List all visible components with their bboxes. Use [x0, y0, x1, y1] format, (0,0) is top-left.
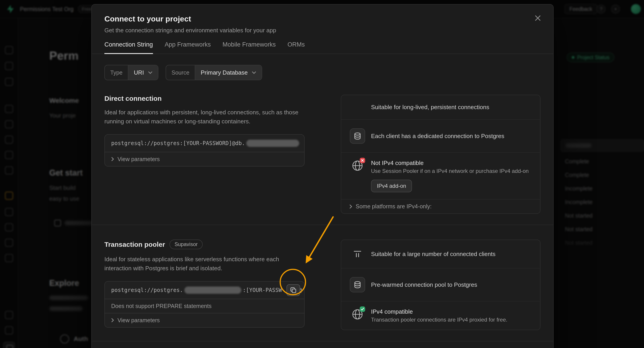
- transaction-pooler-section: Transaction pooler Supavisor Ideal for s…: [92, 224, 553, 341]
- info-row-prewarmed: Pre-warmed connection pool to Postgres: [341, 268, 540, 301]
- redacted-project-ref: [184, 286, 241, 294]
- chevron-right-icon: [349, 204, 352, 209]
- copy-icon[interactable]: [286, 284, 300, 296]
- chevron-down-icon: [148, 71, 152, 74]
- database-icon: [350, 128, 365, 144]
- direct-connection-string[interactable]: postgresql://postgres:[YOUR-PASSWORD]@db…: [105, 135, 304, 152]
- connect-modal: Connect to your project Get the connecti…: [91, 4, 554, 348]
- transaction-info-card: Suitable for a large number of connected…: [341, 240, 540, 330]
- direct-connection-section: Direct connection Ideal for applications…: [92, 80, 553, 224]
- info-row-ipv4: Not IPv4 compatible Use Session Pooler i…: [341, 152, 540, 199]
- ipv4-platforms-expander[interactable]: Some platforms are IPv4-only:: [341, 199, 540, 213]
- direct-connection-string-box: postgresql://postgres:[YOUR-PASSWORD]@db…: [104, 134, 304, 166]
- redacted-host: [246, 140, 299, 147]
- supavisor-badge: Supavisor: [170, 240, 202, 249]
- check-badge-icon: [360, 306, 365, 312]
- info-desc: Use Session Pooler if on a IPv4 network …: [371, 168, 529, 174]
- globe-icon: [349, 160, 366, 172]
- modal-title: Connect to your project: [104, 14, 540, 23]
- info-row-ipv4: IPv4 compatible Transaction pooler conne…: [341, 301, 540, 330]
- prepare-note-label: Does not support PREPARE statements: [111, 303, 212, 309]
- chevron-right-icon: [111, 318, 114, 322]
- type-select[interactable]: Type URI: [104, 65, 158, 80]
- pool-icon: [349, 248, 366, 260]
- direct-connection-description: Ideal for applications with persistent, …: [104, 108, 304, 126]
- globe-icon: [349, 308, 366, 320]
- info-row-clients: Suitable for a large number of connected…: [341, 240, 540, 268]
- prepare-note: Does not support PREPARE statements: [105, 299, 304, 313]
- expander-label: Some platforms are IPv4-only:: [356, 203, 432, 210]
- transaction-connection-string-box: postgresql://postgres. :[YOUR-PASSW @ Do…: [104, 281, 304, 328]
- view-parameters-label: View parameters: [118, 317, 160, 324]
- direct-info-card: Suitable for long-lived, persistent conn…: [341, 95, 540, 214]
- close-icon[interactable]: [532, 13, 543, 24]
- connection-string-text: postgresql://postgres:[YOUR-PASSWORD]@db…: [111, 140, 245, 146]
- error-badge-icon: [360, 158, 365, 163]
- transaction-pooler-description: Ideal for stateless applications like se…: [104, 255, 304, 273]
- info-text: Suitable for long-lived, persistent conn…: [371, 104, 489, 111]
- view-parameters-toggle[interactable]: View parameters: [105, 313, 304, 327]
- view-parameters-label: View parameters: [118, 156, 160, 162]
- info-title: Not IPv4 compatible: [371, 160, 529, 166]
- transaction-pooler-heading: Transaction pooler: [104, 241, 165, 248]
- tab-connection-string[interactable]: Connection String: [104, 41, 153, 54]
- connection-string-text: postgresql://postgres.: [111, 287, 183, 293]
- tab-orms[interactable]: ORMs: [288, 41, 305, 54]
- ipv4-addon-button[interactable]: IPv4 add-on: [371, 180, 412, 192]
- source-value: Primary Database: [201, 69, 248, 76]
- info-desc: Transaction pooler connections are IPv4 …: [371, 316, 507, 323]
- modal-subtitle: Get the connection strings and environme…: [104, 27, 540, 34]
- type-value: URI: [134, 69, 144, 76]
- connection-controls: Type URI Source Primary Database: [92, 54, 553, 80]
- info-row-summary: Suitable for long-lived, persistent conn…: [341, 95, 540, 119]
- source-select[interactable]: Source Primary Database: [166, 65, 262, 80]
- tab-app-frameworks[interactable]: App Frameworks: [165, 41, 211, 54]
- chevron-down-icon: [252, 71, 256, 74]
- tab-mobile-frameworks[interactable]: Mobile Frameworks: [222, 41, 276, 54]
- session-pooler-section: Session pooler Supavisor IPv4 co: [92, 341, 553, 348]
- source-label: Source: [166, 65, 195, 80]
- database-icon: [350, 277, 365, 292]
- info-text: Pre-warmed connection pool to Postgres: [371, 281, 477, 288]
- info-title: IPv4 compatible: [371, 308, 507, 315]
- info-row-dedicated: Each client has a dedicated connection t…: [341, 119, 540, 152]
- direct-connection-heading: Direct connection: [104, 95, 162, 102]
- info-text: Suitable for a large number of connected…: [371, 250, 496, 258]
- view-parameters-toggle[interactable]: View parameters: [105, 152, 304, 166]
- info-text: Each client has a dedicated connection t…: [371, 133, 504, 140]
- transaction-connection-string[interactable]: postgresql://postgres. :[YOUR-PASSW @: [105, 282, 304, 299]
- connect-tabs: Connection String App Frameworks Mobile …: [92, 41, 553, 54]
- chevron-right-icon: [111, 157, 114, 161]
- connection-string-text: :[YOUR-PASSW: [243, 287, 282, 293]
- type-label: Type: [105, 65, 128, 80]
